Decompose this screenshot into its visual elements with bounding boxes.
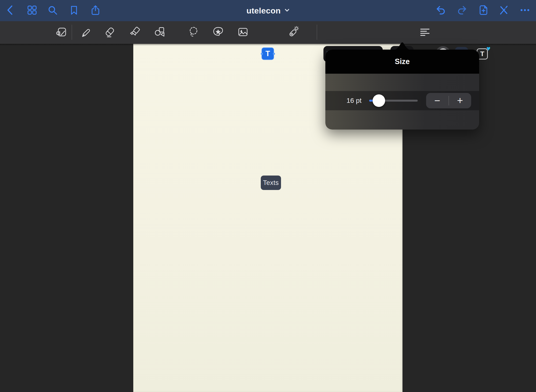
size-stepper: − + [426, 93, 471, 108]
highlighter-icon [129, 26, 141, 39]
undo-button[interactable] [435, 5, 447, 16]
top-navigation-bar: utelecon [0, 0, 536, 21]
tool-text-selected[interactable]: T [261, 47, 274, 60]
text-align-button[interactable] [419, 26, 431, 39]
tool-eraser[interactable] [103, 26, 116, 39]
stylus-cross-icon [498, 4, 509, 17]
eraser-icon [103, 26, 116, 39]
popover-arrow [391, 42, 413, 50]
redo-button[interactable] [456, 5, 468, 16]
popover-title: Size [395, 57, 410, 66]
lasso-icon [187, 26, 200, 39]
read-mode-icon [55, 26, 68, 39]
text-tool-glyph: T [266, 49, 270, 58]
laser-pointer-icon [287, 26, 299, 39]
text-tool-left-handle [261, 53, 263, 55]
size-value-label: 16 pt [325, 91, 362, 110]
toolbar-divider [72, 25, 72, 40]
undo-icon [435, 4, 447, 17]
app-window: Texts [0, 0, 536, 392]
image-icon [237, 26, 249, 39]
heart-icon: ♥ [486, 45, 490, 52]
add-page-button[interactable] [478, 5, 489, 16]
ellipsis-icon [519, 4, 531, 17]
tool-laser-pointer[interactable] [287, 26, 299, 39]
tool-highlighter[interactable] [129, 26, 141, 39]
size-popover: Size 16 pt − + [325, 42, 479, 130]
page-title: utelecon [246, 6, 281, 15]
tool-shapes[interactable] [153, 26, 166, 39]
size-slider-row: 16 pt − + [325, 91, 479, 110]
redo-icon [456, 4, 468, 17]
tool-image[interactable] [237, 26, 249, 39]
exit-editing-button[interactable] [498, 5, 509, 16]
tool-pen[interactable] [79, 26, 92, 39]
size-popover-header: Size [325, 50, 479, 74]
add-page-icon [478, 4, 489, 17]
tool-lasso[interactable] [187, 26, 200, 39]
title-chevron-down-icon [284, 8, 290, 13]
more-options-button[interactable] [519, 5, 531, 16]
editing-toolbar: T HiraginoSans-... 16 [0, 21, 536, 44]
size-increase-button[interactable]: + [449, 93, 471, 108]
pen-icon [79, 26, 92, 39]
selection-tooltip: Texts [261, 176, 281, 190]
tool-sticker[interactable] [212, 26, 224, 39]
text-style-glyph: T [480, 50, 484, 58]
document-title-group[interactable]: utelecon [0, 0, 536, 21]
size-popover-body: Size 16 pt − + [325, 50, 479, 130]
text-tool-right-handle [273, 53, 275, 55]
size-slider-thumb[interactable] [373, 94, 385, 107]
align-left-icon [419, 26, 431, 39]
toolbar-divider [317, 25, 317, 40]
tool-read-mode[interactable] [55, 26, 68, 39]
size-decrease-button[interactable]: − [426, 93, 449, 108]
sticker-icon [212, 26, 224, 39]
shapes-icon [153, 26, 166, 39]
